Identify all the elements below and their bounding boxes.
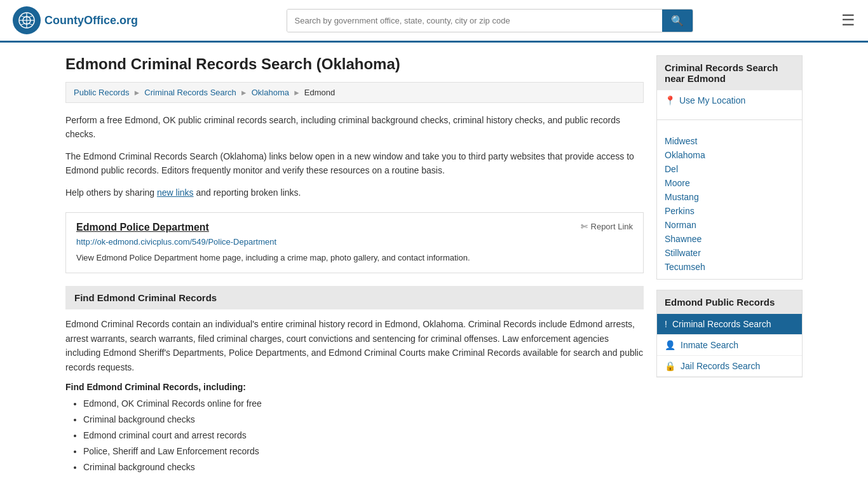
breadcrumb-criminal-records[interactable]: Criminal Records Search [144, 88, 236, 97]
menu-button[interactable]: ☰ [841, 11, 855, 29]
inmate-search-label: Inmate Search [681, 340, 738, 350]
search-box: 🔍 [287, 9, 693, 32]
nearby-list: Midwest Oklahoma Del Moore Mustang Perki… [657, 129, 802, 279]
list-item: Del [657, 162, 802, 176]
list-item: Edmond, OK Criminal Records online for f… [83, 397, 644, 410]
list-item: Moore [657, 176, 802, 190]
inmate-search-link[interactable]: 👤 Inmate Search [657, 335, 802, 356]
page-title: Edmond Criminal Records Search (Oklahoma… [65, 55, 644, 73]
nearby-perkins[interactable]: Perkins [665, 206, 695, 216]
list-item: Perkins [657, 204, 802, 218]
criminal-records-label: Criminal Records Search [672, 319, 771, 329]
records-item-inmate: 👤 Inmate Search [657, 335, 802, 356]
nearby-midwest[interactable]: Midwest [665, 136, 697, 146]
search-icon: 🔍 [671, 15, 684, 26]
records-item-jail: 🔒 Jail Records Search [657, 356, 802, 377]
report-link-btn[interactable]: ✄ Report Link [581, 222, 633, 231]
sidebar: Criminal Records Search near Edmond 📍 Us… [656, 55, 803, 477]
criminal-records-link[interactable]: ! Criminal Records Search [657, 314, 802, 335]
desc-3: Help others by sharing new links and rep… [65, 186, 644, 200]
breadcrumb: Public Records ► Criminal Records Search… [65, 82, 644, 103]
desc-2: The Edmond Criminal Records Search (Okla… [65, 149, 644, 178]
desc-3-pre: Help others by sharing [65, 187, 157, 198]
list-item: Criminal background checks [83, 413, 644, 426]
use-my-location-btn[interactable]: 📍 Use My Location [657, 90, 802, 111]
public-records-list: ! Criminal Records Search 👤 Inmate Searc… [657, 314, 802, 377]
list-item: Criminal background checks [83, 461, 644, 474]
logo-text: CountyOffice.org [44, 14, 138, 27]
nearby-del[interactable]: Del [665, 164, 678, 174]
public-records-box: Edmond Public Records ! Criminal Records… [656, 290, 803, 377]
nearby-moore[interactable]: Moore [665, 178, 690, 188]
list-item: Tecumseh [657, 260, 802, 274]
list-item: Oklahoma [657, 148, 802, 162]
breadcrumb-public-records[interactable]: Public Records [74, 88, 129, 97]
breadcrumb-sep-3: ► [293, 88, 301, 97]
nearby-box: Criminal Records Search near Edmond 📍 Us… [656, 55, 803, 280]
use-my-location-label: Use My Location [679, 95, 745, 105]
list-item: Shawnee [657, 232, 802, 246]
records-item-criminal: ! Criminal Records Search [657, 314, 802, 335]
desc-1: Perform a free Edmond, OK public crimina… [65, 113, 644, 142]
jail-records-label: Jail Records Search [681, 361, 760, 371]
breadcrumb-sep-2: ► [240, 88, 248, 97]
inmate-icon: 👤 [665, 340, 675, 350]
breadcrumb-sep-1: ► [133, 88, 140, 97]
jail-icon: 🔒 [665, 361, 675, 371]
search-area: 🔍 [287, 9, 693, 32]
breadcrumb-edmond: Edmond [304, 88, 335, 97]
find-section-list: Edmond, OK Criminal Records online for f… [65, 397, 644, 474]
report-link-label: Report Link [591, 222, 633, 231]
link-card-header: Edmond Police Department ✄ Report Link [76, 222, 633, 233]
nearby-norman[interactable]: Norman [665, 220, 696, 230]
link-card-police: Edmond Police Department ✄ Report Link h… [65, 212, 644, 274]
criminal-records-icon: ! [665, 319, 667, 329]
logo[interactable]: CountyOffice.org [13, 6, 138, 34]
logo-ext: .org [116, 14, 138, 27]
nearby-mustang[interactable]: Mustang [665, 192, 699, 202]
divider [657, 119, 802, 120]
logo-icon [13, 6, 41, 34]
nearby-shawnee[interactable]: Shawnee [665, 234, 702, 244]
nearby-oklahoma[interactable]: Oklahoma [665, 150, 705, 160]
list-item: Police, Sheriff and Law Enforcement reco… [83, 445, 644, 458]
desc-3-post: and reporting broken links. [194, 187, 301, 198]
list-item: Norman [657, 218, 802, 232]
new-links-link[interactable]: new links [157, 187, 194, 198]
nearby-title: Criminal Records Search near Edmond [657, 56, 802, 90]
page-header: CountyOffice.org 🔍 ☰ [0, 0, 868, 43]
nearby-tecumseh[interactable]: Tecumseh [665, 262, 705, 272]
location-pin-icon: 📍 [665, 95, 675, 105]
list-item: Edmond criminal court and arrest records [83, 429, 644, 442]
logo-name: CountyOffice [44, 14, 116, 27]
police-dept-url[interactable]: http://ok-edmond.civicplus.com/549/Polic… [76, 237, 633, 247]
nearby-stillwater[interactable]: Stillwater [665, 248, 701, 258]
list-item: Midwest [657, 134, 802, 148]
find-section-header: Find Edmond Criminal Records [65, 286, 644, 309]
police-dept-title[interactable]: Edmond Police Department [76, 222, 209, 233]
breadcrumb-oklahoma[interactable]: Oklahoma [252, 88, 289, 97]
jail-records-link[interactable]: 🔒 Jail Records Search [657, 356, 802, 377]
main-content: Edmond Criminal Records Search (Oklahoma… [65, 55, 644, 477]
search-button[interactable]: 🔍 [662, 10, 693, 32]
list-item: Mustang [657, 190, 802, 204]
main-container: Edmond Criminal Records Search (Oklahoma… [53, 43, 815, 488]
find-section-text: Edmond Criminal Records contain an indiv… [65, 317, 644, 374]
scissors-icon: ✄ [581, 222, 588, 231]
public-records-title: Edmond Public Records [657, 290, 802, 314]
search-input[interactable] [287, 10, 662, 32]
list-item: Stillwater [657, 246, 802, 260]
police-dept-desc: View Edmond Police Department home page,… [76, 252, 633, 264]
find-section-subheader: Find Edmond Criminal Records, including: [65, 382, 644, 392]
